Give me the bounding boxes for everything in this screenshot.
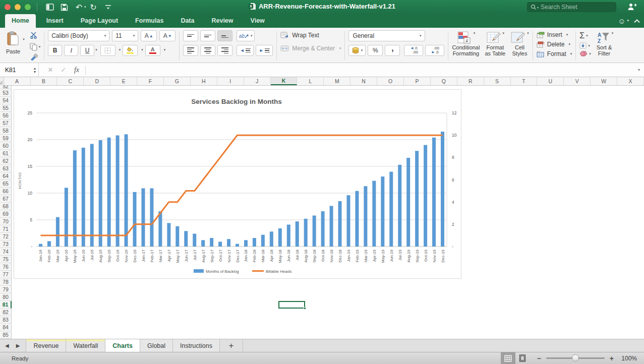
row-header-60[interactable]: 60 [0, 142, 12, 150]
cancel-entry-icon[interactable]: ✕ [44, 66, 57, 74]
column-header-C[interactable]: C [57, 77, 84, 85]
currency-format-button[interactable]: ▾ [348, 45, 366, 56]
zoom-window-button[interactable] [25, 4, 31, 10]
toggle-sidebar-icon[interactable] [45, 3, 54, 12]
align-top-button[interactable] [183, 30, 198, 41]
row-header-76[interactable]: 76 [0, 263, 12, 271]
row-header-69[interactable]: 69 [0, 210, 12, 218]
row-header-70[interactable]: 70 [0, 218, 12, 225]
row-header-56[interactable]: 56 [0, 112, 12, 119]
row-header-84[interactable]: 84 [0, 324, 12, 331]
row-header-83[interactable]: 83 [0, 316, 12, 324]
row-header-72[interactable]: 72 [0, 233, 12, 240]
align-left-button[interactable] [183, 45, 198, 56]
insert-caret[interactable]: ▾ [566, 33, 568, 37]
row-header-58[interactable]: 58 [0, 127, 12, 135]
orientation-button[interactable]: ab ▾ [237, 30, 255, 41]
row-header-62[interactable]: 62 [0, 157, 12, 165]
row-header-81[interactable]: 81 [0, 301, 12, 309]
format-cells-button[interactable]: Format ▾ [537, 50, 572, 57]
confirm-entry-icon[interactable]: ✓ [57, 66, 70, 74]
column-header-G[interactable]: G [164, 77, 191, 85]
row-header-63[interactable]: 63 [0, 165, 12, 172]
sheet-tab-revenue[interactable]: Revenue [26, 339, 66, 352]
normal-view-button[interactable] [501, 352, 515, 364]
format-caret[interactable]: ▾ [570, 52, 572, 56]
smiley-menu-caret[interactable]: ▾ [627, 19, 629, 23]
font-color-caret[interactable]: ▾ [164, 48, 166, 56]
row-header-67[interactable]: 67 [0, 195, 12, 203]
row-header-82[interactable]: 82 [0, 309, 12, 316]
row-header-52[interactable]: 52 [0, 86, 12, 89]
column-header-B[interactable]: B [31, 77, 57, 85]
grow-font-button[interactable]: A▲ [141, 30, 157, 41]
column-header-T[interactable]: T [511, 77, 538, 85]
minimize-window-button[interactable] [15, 4, 21, 10]
column-header-D[interactable]: D [84, 77, 110, 85]
name-box[interactable]: K81 [0, 63, 31, 77]
collapse-ribbon-icon[interactable] [634, 16, 640, 25]
delete-cells-button[interactable]: ✕ Delete ▾ [537, 41, 572, 48]
zoom-out-button[interactable]: − [537, 354, 541, 362]
decrease-decimal-button[interactable]: .00►.0 [425, 45, 444, 56]
column-header-V[interactable]: V [564, 77, 591, 85]
row-header-78[interactable]: 78 [0, 278, 12, 286]
row-header-61[interactable]: 61 [0, 150, 12, 157]
wrap-text-button[interactable]: Wrap Text [280, 32, 341, 39]
merge-center-caret[interactable]: ▾ [339, 46, 341, 50]
decrease-indent-button[interactable]: ◄ [237, 45, 254, 56]
column-header-N[interactable]: N [350, 77, 377, 85]
column-header-O[interactable]: O [377, 77, 404, 85]
undo-menu-caret[interactable]: ▾ [84, 5, 86, 9]
selected-cell-K81[interactable] [278, 301, 305, 309]
borders-button[interactable] [100, 45, 115, 56]
ribbon-tab-review[interactable]: Review [205, 14, 240, 28]
row-header-53[interactable]: 53 [0, 89, 12, 97]
prev-sheet-arrow[interactable]: ◀ [5, 343, 9, 348]
column-header-K[interactable]: K [271, 77, 298, 85]
add-sheet-button[interactable]: + [220, 339, 243, 352]
insert-cells-button[interactable]: Insert ▾ [537, 31, 572, 38]
comma-format-button[interactable]: , [385, 45, 400, 56]
clear-caret[interactable]: ▾ [589, 52, 591, 56]
sort-filter-button[interactable]: AZ ▾ Sort & Filter [595, 31, 614, 61]
search-input[interactable]: ▾ Search Sheet [527, 2, 616, 12]
column-header-P[interactable]: P [404, 77, 431, 85]
feedback-smiley-icon[interactable]: ☺ [618, 17, 625, 25]
font-color-button[interactable]: A [145, 45, 160, 56]
ribbon-tab-home[interactable]: Home [5, 14, 36, 28]
underline-menu-caret[interactable]: ▾ [95, 48, 97, 56]
cell-styles-caret[interactable]: ▾ [527, 31, 529, 35]
column-header-J[interactable]: J [244, 77, 271, 85]
row-header-59[interactable]: 59 [0, 135, 12, 142]
column-header-I[interactable]: I [217, 77, 244, 85]
row-header-85[interactable]: 85 [0, 331, 12, 339]
page-layout-view-button[interactable] [515, 352, 530, 364]
ribbon-tab-data[interactable]: Data [174, 14, 201, 28]
row-header-77[interactable]: 77 [0, 271, 12, 278]
fill-color-button[interactable] [123, 45, 138, 56]
increase-indent-button[interactable]: ► [256, 45, 273, 56]
bold-button[interactable]: B [48, 45, 62, 56]
italic-button[interactable]: I [64, 45, 78, 56]
font-size-select[interactable]: 11▾ [112, 30, 138, 41]
paste-button[interactable]: Paste [3, 30, 21, 54]
row-header-65[interactable]: 65 [0, 180, 12, 188]
column-header-S[interactable]: S [484, 77, 511, 85]
row-header-71[interactable]: 71 [0, 225, 12, 233]
copy-button[interactable]: ▾ [30, 43, 41, 51]
fill-caret[interactable]: ▾ [588, 44, 590, 48]
row-header-68[interactable]: 68 [0, 203, 12, 210]
paste-menu-caret[interactable]: ▾ [23, 37, 25, 41]
row-header-54[interactable]: 54 [0, 97, 12, 104]
font-name-select[interactable]: Calibri (Body)▾ [48, 30, 109, 41]
format-painter-icon[interactable] [30, 53, 41, 63]
zoom-in-button[interactable]: + [610, 354, 614, 362]
column-header-L[interactable]: L [297, 77, 324, 85]
sheet-tab-charts[interactable]: Charts [105, 339, 140, 352]
row-header-74[interactable]: 74 [0, 248, 12, 256]
column-header-R[interactable]: R [457, 77, 484, 85]
fill-handle[interactable] [304, 307, 306, 310]
row-header-66[interactable]: 66 [0, 188, 12, 195]
align-middle-button[interactable] [200, 30, 215, 41]
